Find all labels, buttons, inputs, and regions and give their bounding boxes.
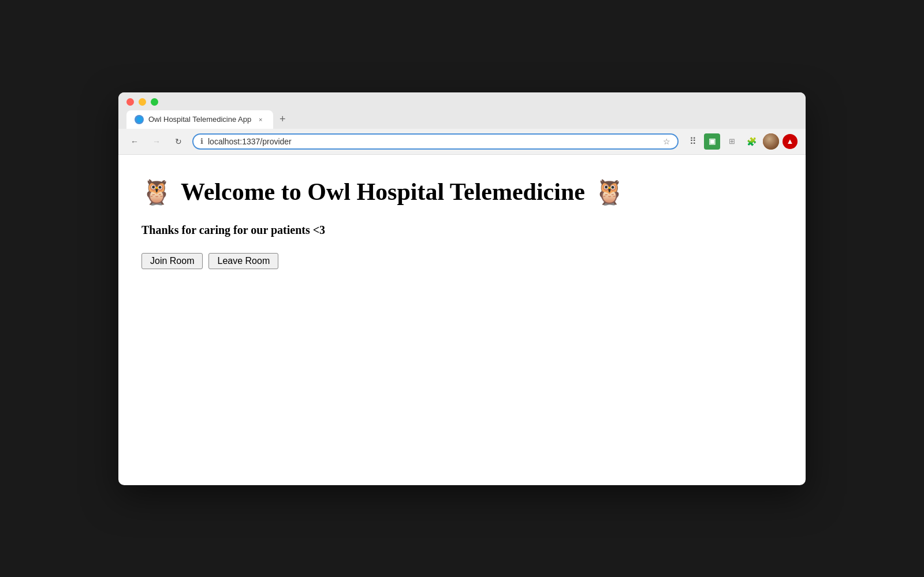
url-display[interactable]: localhost:1337/provider [208,137,658,146]
tab-close-button[interactable]: × [256,115,265,124]
tabs-row: 🌐 Owl Hospital Telemedicine App × + [126,110,798,129]
globe-icon: 🌐 [135,115,144,124]
back-button[interactable]: ← [126,133,143,150]
extension-2-button[interactable]: ▣ [704,133,720,150]
minimize-window-button[interactable] [139,98,146,106]
owl-right-emoji: 🦉 [594,178,624,206]
title-bar: 🌐 Owl Hospital Telemedicine App × + [118,92,806,129]
new-tab-button[interactable]: + [274,111,290,128]
bookmark-icon[interactable]: ☆ [663,137,670,146]
avatar-image [763,133,779,150]
page-content: 🦉 Welcome to Owl Hospital Telemedicine 🦉… [118,155,806,461]
extension-1-button[interactable]: ⠿ [684,133,701,150]
join-room-button[interactable]: Join Room [141,253,203,269]
page-title-section: 🦉 Welcome to Owl Hospital Telemedicine 🦉 [141,178,783,206]
ext3-icon: ⊞ [729,137,735,146]
extensions-bar: ⠿ ▣ ⊞ 🧩 ▲ [684,133,798,150]
main-heading: Welcome to Owl Hospital Telemedicine [181,178,585,206]
notification-button[interactable]: ▲ [783,134,798,149]
extension-3-button[interactable]: ⊞ [724,133,740,150]
tab-title: Owl Hospital Telemedicine App [148,115,251,124]
active-tab[interactable]: 🌐 Owl Hospital Telemedicine App × [126,110,273,129]
close-window-button[interactable] [126,98,134,106]
notification-icon: ▲ [787,137,794,146]
address-bar[interactable]: ℹ localhost:1337/provider ☆ [192,133,679,150]
maximize-window-button[interactable] [151,98,158,106]
nav-bar: ← → ↻ ℹ localhost:1337/provider ☆ ⠿ ▣ ⊞ … [118,129,806,155]
extensions-puzzle-button[interactable]: 🧩 [743,133,759,150]
user-avatar[interactable] [763,133,779,150]
owl-left-emoji: 🦉 [141,178,172,206]
info-icon: ℹ [200,137,203,146]
forward-button[interactable]: → [148,133,165,150]
subtitle-text: Thanks for caring for our patients <3 [141,224,783,237]
reload-button[interactable]: ↻ [170,133,187,150]
action-buttons: Join Room Leave Room [141,253,783,269]
puzzle-icon: 🧩 [747,137,757,146]
window-controls [126,98,798,106]
ext2-icon: ▣ [709,137,716,146]
browser-window: 🌐 Owl Hospital Telemedicine App × + ← → … [118,92,806,485]
leave-room-button[interactable]: Leave Room [208,253,278,269]
